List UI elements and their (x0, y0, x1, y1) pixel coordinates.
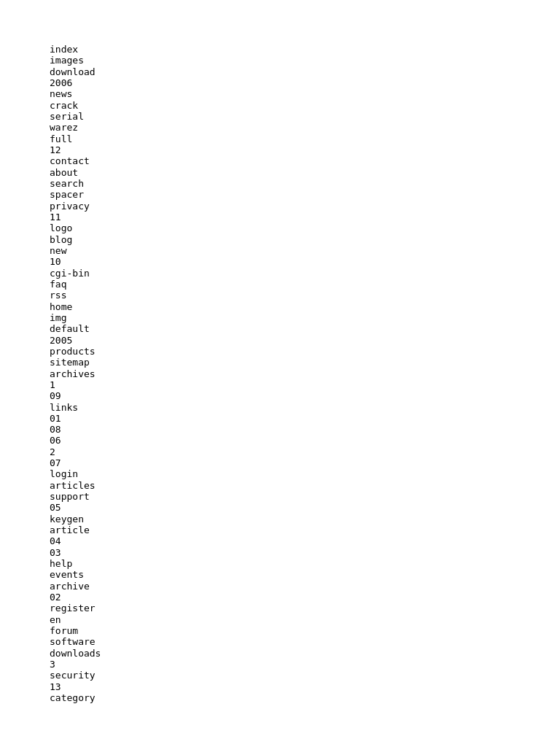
list-item: 07 (50, 457, 560, 468)
list-item: serial (50, 111, 560, 122)
list-item: 13 (50, 681, 560, 692)
list-item: 04 (50, 535, 560, 546)
list-item: sitemap (50, 357, 560, 368)
list-item: 09 (50, 390, 560, 401)
list-item: article (50, 525, 560, 535)
list-item: contact (50, 155, 560, 166)
list-item: 10 (50, 256, 560, 267)
list-item: en (50, 614, 560, 625)
list-item: about (50, 167, 560, 178)
list-item: category (50, 692, 560, 703)
list-item: archive (50, 581, 560, 592)
list-item: products (50, 346, 560, 357)
list-item: index (50, 44, 560, 55)
list-item: downloads (50, 648, 560, 659)
list-item: images (50, 55, 560, 66)
list-item: blog (50, 234, 560, 245)
list-item: 01 (50, 413, 560, 424)
list-item: support (50, 491, 560, 502)
list-item: privacy (50, 201, 560, 212)
list-item: new (50, 245, 560, 256)
list-item: faq (50, 279, 560, 290)
list-item: search (50, 178, 560, 189)
list-item: news (50, 88, 560, 99)
list-item: 08 (50, 424, 560, 435)
list-item: img (50, 312, 560, 323)
list-item: articles (50, 480, 560, 491)
list-item: 05 (50, 502, 560, 513)
list-item: default (50, 323, 560, 334)
list-item: 2006 (50, 77, 560, 88)
list-item: logo (50, 222, 560, 233)
list-item: 2005 (50, 335, 560, 346)
list-item: download (50, 66, 560, 77)
list-item: archives (50, 368, 560, 379)
list-item: security (50, 670, 560, 681)
list-item: events (50, 569, 560, 580)
list-item: rss (50, 290, 560, 301)
list-item: warez (50, 122, 560, 133)
word-list: indeximagesdownload2006newscrackserialwa… (50, 44, 560, 703)
list-item: 12 (50, 144, 560, 155)
list-item: register (50, 603, 560, 614)
list-item: 02 (50, 592, 560, 603)
list-item: help (50, 558, 560, 569)
list-item: crack (50, 100, 560, 111)
list-item: 11 (50, 212, 560, 222)
list-item: forum (50, 625, 560, 636)
list-item: 2 (50, 446, 560, 457)
list-item: software (50, 636, 560, 647)
list-item: spacer (50, 189, 560, 200)
list-item: 3 (50, 659, 560, 670)
list-item: 1 (50, 379, 560, 390)
list-item: 06 (50, 435, 560, 446)
list-item: home (50, 301, 560, 312)
list-item: keygen (50, 514, 560, 525)
list-item: full (50, 133, 560, 144)
list-item: cgi-bin (50, 268, 560, 279)
list-item: login (50, 468, 560, 479)
list-item: 03 (50, 547, 560, 558)
list-item: links (50, 402, 560, 413)
